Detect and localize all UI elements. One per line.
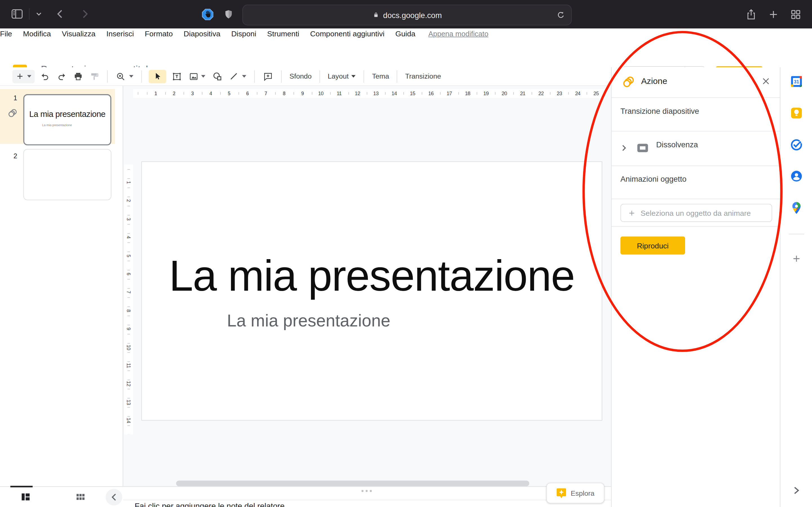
- menu-componenti-aggiuntivi[interactable]: Componenti aggiuntivi: [310, 30, 385, 38]
- background-button[interactable]: Sfondo: [287, 72, 315, 80]
- print-icon[interactable]: [72, 69, 84, 83]
- explore-button[interactable]: Esplora: [546, 483, 605, 503]
- url-text: docs.google.com: [383, 11, 442, 19]
- menu-modifica[interactable]: Modifica: [23, 30, 51, 38]
- ruler-number: 4: [119, 233, 138, 242]
- contacts-icon[interactable]: [790, 170, 803, 182]
- new-slide-button[interactable]: [12, 69, 35, 83]
- chevron-down-icon[interactable]: [35, 7, 43, 21]
- forward-icon[interactable]: [79, 7, 91, 21]
- slide-editor[interactable]: La mia presentazione La mia presentazion…: [141, 161, 602, 420]
- slide-row-selected[interactable]: 1 La mia presentazione La mia presentazi…: [0, 89, 115, 144]
- shield-icon[interactable]: [223, 8, 234, 20]
- select-tool-icon[interactable]: [149, 69, 166, 83]
- ruler-number: 21: [514, 89, 532, 98]
- text-box-icon[interactable]: [170, 69, 183, 83]
- ruler-number: 15: [403, 89, 422, 98]
- menu-visualizza[interactable]: Visualizza: [62, 30, 95, 38]
- slide-number: 2: [13, 152, 17, 160]
- calendar-icon[interactable]: 31: [790, 75, 803, 88]
- lock-icon: [372, 11, 379, 19]
- ruler-number: 24: [569, 89, 587, 98]
- menu-diapositiva[interactable]: Diapositiva: [184, 30, 220, 38]
- divider: [789, 234, 804, 234]
- tasks-icon[interactable]: [790, 138, 803, 152]
- notes-placeholder[interactable]: Fai clic per aggiungere le note del rela…: [135, 501, 285, 507]
- menu-disponi[interactable]: Disponi: [231, 30, 256, 38]
- back-icon[interactable]: [54, 7, 66, 21]
- notes-resize-handle[interactable]: [361, 490, 372, 492]
- ruler-number: 1: [147, 89, 165, 98]
- last-modified-link[interactable]: Appena modificato: [428, 30, 488, 38]
- filmstrip: 1 La mia presentazione La mia presentazi…: [0, 86, 123, 487]
- menu-file[interactable]: File: [0, 30, 12, 38]
- collapse-filmstrip-button[interactable]: [106, 489, 122, 506]
- menu-strumenti[interactable]: Strumenti: [267, 30, 299, 38]
- ruler-number: 22: [532, 89, 550, 98]
- browser-chrome: docs.google.com: [0, 0, 812, 29]
- slide-thumbnail-1[interactable]: La mia presentazione La mia presentazion…: [23, 94, 111, 145]
- shape-icon[interactable]: [211, 69, 224, 83]
- layout-label: Layout: [327, 72, 349, 80]
- image-dropdown[interactable]: [200, 69, 207, 83]
- thumb-subtitle: La mia presentazione: [24, 124, 90, 127]
- slide-title-text[interactable]: La mia presentazione: [142, 254, 602, 297]
- add-comment-icon[interactable]: [262, 69, 274, 83]
- ruler-number: 1: [119, 178, 138, 187]
- thumb-title: La mia presentazione: [24, 110, 110, 119]
- menu-formato[interactable]: Formato: [145, 30, 173, 38]
- line-dropdown[interactable]: [241, 69, 248, 83]
- slide-subtitle-text[interactable]: La mia presentazione: [142, 311, 475, 331]
- slide-thumbnail-2[interactable]: [23, 149, 111, 200]
- horizontal-scrollbar[interactable]: [176, 481, 529, 486]
- play-button[interactable]: Riproduci: [620, 236, 685, 255]
- ruler-number: 25: [587, 89, 605, 98]
- active-view-indicator: [10, 486, 33, 488]
- line-icon[interactable]: [228, 69, 240, 83]
- keep-icon[interactable]: [790, 107, 803, 119]
- expand-panel-icon[interactable]: [794, 487, 799, 495]
- tab-overview-icon[interactable]: [790, 8, 802, 21]
- transition-value[interactable]: Dissolvenza: [656, 140, 698, 149]
- new-tab-icon[interactable]: [767, 8, 779, 21]
- motion-panel: Azione Transizione diapositive Dissolven…: [611, 67, 780, 507]
- undo-icon[interactable]: [39, 69, 51, 83]
- ruler-number: 13: [119, 398, 138, 406]
- grid-view-icon[interactable]: [74, 491, 86, 503]
- redo-icon[interactable]: [56, 69, 68, 83]
- filmstrip-view-icon[interactable]: [20, 491, 32, 503]
- zoom-icon[interactable]: [114, 69, 127, 83]
- zoom-dropdown[interactable]: [128, 69, 135, 83]
- paint-format-icon[interactable]: [89, 69, 100, 83]
- menu-inserisci[interactable]: Inserisci: [106, 30, 134, 38]
- ruler-number: 17: [440, 89, 458, 98]
- theme-button[interactable]: Tema: [369, 72, 392, 80]
- transition-section-label: Transizione diapositive: [620, 107, 699, 115]
- ruler-number: 14: [119, 416, 138, 425]
- reload-icon[interactable]: [556, 10, 566, 20]
- maps-icon[interactable]: [790, 201, 803, 215]
- ruler-number: 6: [119, 270, 138, 278]
- add-addon-icon[interactable]: [791, 253, 802, 264]
- close-icon[interactable]: [761, 76, 770, 86]
- explore-icon: [556, 487, 567, 499]
- share-icon[interactable]: [745, 8, 757, 21]
- sidebar-toggle-icon[interactable]: [10, 7, 24, 21]
- layout-button[interactable]: Layout: [324, 72, 359, 80]
- toolbar: Sfondo Layout Tema Transizione: [0, 67, 611, 86]
- chevron-right-icon[interactable]: [619, 143, 629, 153]
- address-bar[interactable]: docs.google.com: [243, 5, 572, 25]
- ruler-number: 8: [119, 306, 138, 315]
- transition-slide-icon[interactable]: [636, 141, 650, 155]
- select-object-button[interactable]: Seleziona un oggetto da animare: [620, 204, 772, 222]
- menu-bar: File Modifica Visualizza Inserisci Forma…: [0, 29, 812, 39]
- horizontal-ruler: 1234567891011121314151617181920212223242…: [133, 89, 605, 98]
- menu-guida[interactable]: Guida: [395, 30, 415, 38]
- vertical-ruler: 1234567891011121314: [124, 165, 133, 435]
- animation-indicator-icon[interactable]: [7, 108, 18, 119]
- ruler-number: 12: [119, 379, 138, 388]
- content-blocker-icon[interactable]: [201, 8, 214, 21]
- transition-button[interactable]: Transizione: [402, 72, 444, 80]
- image-icon[interactable]: [188, 69, 200, 83]
- ruler-number: 16: [422, 89, 440, 98]
